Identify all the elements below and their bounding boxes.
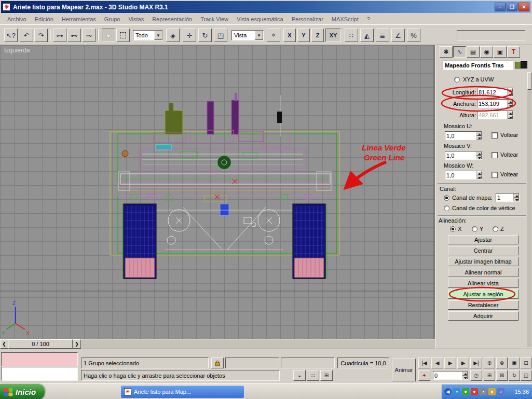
mosaico-w-spinner[interactable]	[476, 171, 482, 179]
clock[interactable]: 15:36	[514, 389, 529, 395]
percent-snap-icon[interactable]: %	[407, 29, 420, 42]
tab-create-icon[interactable]: ✱	[440, 46, 453, 58]
maxscript-mini-listener[interactable]	[1, 352, 78, 366]
menu-maxscript[interactable]: MAXScript	[328, 15, 363, 23]
update-icon[interactable]: ●	[488, 388, 496, 395]
tab-display-icon[interactable]: ▣	[494, 46, 507, 58]
adaptive-degradation-icon[interactable]: ◒	[293, 370, 306, 381]
window-toggle-icon[interactable]: ⊞	[320, 370, 333, 381]
arc-rotate-icon[interactable]: ↻	[509, 370, 520, 381]
maximize-button[interactable]: ❐	[507, 3, 517, 11]
key-mode-toggle[interactable]: ✦	[418, 370, 430, 381]
menu-track-view[interactable]: Track View	[196, 15, 233, 23]
alinear-vista-button[interactable]: Alinear vista	[448, 279, 519, 288]
mosaico-v-spinner[interactable]	[476, 152, 482, 159]
angle-snap-icon[interactable]: ∠	[391, 29, 405, 42]
voltear-u-checkbox[interactable]	[492, 132, 498, 139]
voltear-w-checkbox[interactable]	[492, 172, 498, 178]
alinear-normal-button[interactable]: Alinear normal	[448, 268, 519, 277]
anchura-input[interactable]	[478, 100, 507, 107]
minimize-button[interactable]: –	[495, 3, 506, 11]
timeline-prev-button[interactable]: ❮	[0, 339, 8, 349]
ajustar-button[interactable]: Ajustar	[448, 235, 519, 244]
select-and-link-icon[interactable]: ⊶	[53, 29, 66, 42]
restrict-y-button[interactable]: Y	[297, 29, 310, 42]
current-frame-input[interactable]	[433, 372, 462, 379]
go-to-start-button[interactable]: |◀	[418, 357, 430, 368]
network-icon[interactable]: ▪	[453, 388, 460, 395]
mirror-button[interactable]: ◭	[360, 29, 374, 42]
menu-edicion[interactable]: Edición	[31, 15, 58, 23]
select-and-rotate-button[interactable]: ↻	[198, 29, 212, 42]
selection-filter-dropdown[interactable]: Todo ▼	[133, 30, 163, 40]
title-bar[interactable]: ✳ Ariete listo para Mapear 2.max - 3D St…	[1, 1, 531, 13]
viewport-label[interactable]: Izquierda	[4, 47, 30, 54]
current-frame-spinner[interactable]	[462, 372, 468, 379]
centrar-button[interactable]: Centrar	[448, 246, 519, 255]
panel-scrollbar-thumb[interactable]	[527, 72, 531, 90]
taskbar-task-button[interactable]: ✳ Ariete listo para Map...	[121, 386, 244, 398]
rect-selection-region-button[interactable]	[116, 29, 130, 42]
align-x-radio[interactable]	[450, 226, 456, 232]
maxscript-listener[interactable]	[1, 367, 78, 381]
volume-icon[interactable]: ♪	[497, 388, 504, 395]
start-button[interactable]: Inicio	[0, 384, 45, 399]
undo-button[interactable]: ↶	[20, 29, 33, 42]
altura-spinner[interactable]	[507, 111, 513, 119]
menu-personalizar[interactable]: Personalizar	[288, 15, 328, 23]
prev-frame-button[interactable]: ◀	[431, 357, 443, 368]
mosaico-u-spinner[interactable]	[476, 132, 482, 140]
zoom-all-icon[interactable]: ⊜	[496, 357, 508, 368]
redo-button[interactable]: ↷	[34, 29, 48, 42]
modifier-active-toggle[interactable]	[521, 61, 527, 68]
select-object-button[interactable]: ➤	[102, 29, 115, 42]
canal-vertice-radio[interactable]	[444, 205, 449, 211]
menu-help[interactable]: ?	[363, 15, 374, 23]
longitud-input[interactable]	[478, 88, 507, 96]
anchura-spinner[interactable]	[507, 100, 513, 107]
go-to-end-button[interactable]: ▶|	[470, 357, 482, 368]
selection-lock-toggle[interactable]	[211, 357, 224, 368]
zoom-extents-icon[interactable]: ▣	[509, 357, 520, 368]
timeline-thumb[interactable]: 0 / 100	[8, 339, 73, 349]
tab-motion-icon[interactable]: ◉	[480, 46, 493, 58]
zoom-extents-all-icon[interactable]: ⊡	[521, 357, 531, 368]
pan-icon[interactable]: ⊠	[496, 370, 508, 381]
align-y-radio[interactable]	[472, 226, 478, 232]
crossing-selection-icon[interactable]: ◈	[166, 29, 180, 42]
canal-mapa-spinner[interactable]	[513, 194, 519, 201]
play-button[interactable]: ▶	[444, 357, 456, 368]
align-button[interactable]: ≣	[376, 29, 389, 42]
unlink-icon[interactable]: ⊷	[67, 29, 81, 42]
restrict-xy-plane-button[interactable]: XY	[325, 29, 341, 42]
tab-modify-icon[interactable]: ∿	[453, 46, 466, 58]
tab-utilities-icon[interactable]: T	[507, 46, 520, 58]
mosaico-w-input[interactable]	[445, 171, 476, 179]
longitud-spinner[interactable]	[507, 88, 513, 96]
altura-input[interactable]	[478, 111, 507, 119]
timeline-next-button[interactable]: ❯	[73, 339, 81, 349]
ajustar-a-region-button[interactable]: Ajustar a región	[448, 290, 519, 299]
grid-dots-icon[interactable]: ∷	[307, 370, 319, 381]
mosaico-v-input[interactable]	[445, 152, 476, 159]
ajustar-imagen-bitmap-button[interactable]: Ajustar imagen bitmap	[448, 257, 519, 266]
animar-button[interactable]: Animar	[392, 359, 416, 381]
mosaico-u-input[interactable]	[445, 132, 476, 140]
menu-vistas[interactable]: Vistas	[124, 15, 148, 23]
snap-toggle-icon[interactable]: ∷	[345, 29, 358, 42]
close-button[interactable]: ✕	[519, 3, 529, 11]
select-and-move-button[interactable]: ✛	[183, 29, 196, 42]
restrict-z-button[interactable]: Z	[311, 29, 324, 42]
menu-vista-esquematica[interactable]: Vista esquemática	[233, 15, 288, 23]
messenger-icon[interactable]: ●	[462, 388, 469, 395]
tab-hierarchy-icon[interactable]: ▤	[467, 46, 480, 58]
coord-system-dropdown[interactable]: Vista ▼	[231, 30, 264, 40]
help-cursor-icon[interactable]: ↖?	[4, 29, 18, 42]
menu-representacion[interactable]: Representación	[148, 15, 196, 23]
antivirus-icon[interactable]: ●	[471, 388, 478, 395]
zoom-icon[interactable]: ⊕	[484, 357, 495, 368]
tray-hide-icon[interactable]: ◀	[444, 388, 452, 395]
restablecer-button[interactable]: Restablecer	[448, 300, 519, 310]
display-icon[interactable]: ▪	[480, 388, 487, 395]
menu-archivo[interactable]: Archivo	[3, 15, 31, 23]
